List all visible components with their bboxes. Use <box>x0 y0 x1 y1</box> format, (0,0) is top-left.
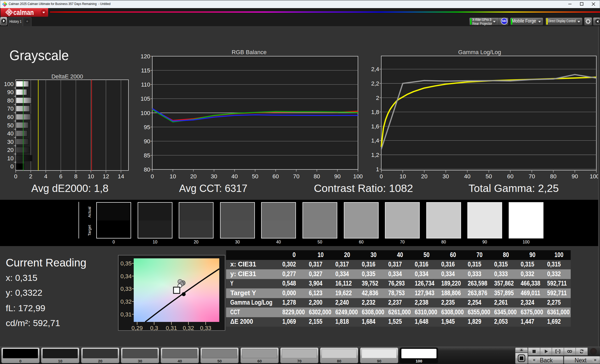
svg-text:50: 50 <box>486 173 492 180</box>
svg-text:60: 60 <box>507 173 513 180</box>
svg-text:0,000: 0,000 <box>282 289 296 297</box>
svg-text:x: CIE31: x: CIE31 <box>230 260 256 268</box>
svg-text:120: 120 <box>141 53 150 60</box>
svg-text:6345,000: 6345,000 <box>494 308 517 316</box>
svg-text:0,35: 0,35 <box>120 260 132 267</box>
svg-text:2: 2 <box>376 95 379 101</box>
svg-text:DeltaE 2000: DeltaE 2000 <box>51 73 83 80</box>
svg-text:0,334: 0,334 <box>441 270 455 278</box>
svg-text:6302,000: 6302,000 <box>309 308 331 316</box>
svg-text:ΔE 2000: ΔE 2000 <box>230 317 253 325</box>
svg-text:16,112: 16,112 <box>335 279 352 287</box>
svg-text:0,302: 0,302 <box>282 260 296 268</box>
svg-text:2,232: 2,232 <box>362 298 375 306</box>
svg-text:6: 6 <box>59 173 62 180</box>
svg-text:592,711: 592,711 <box>547 279 567 287</box>
svg-text:80: 80 <box>144 166 150 173</box>
svg-text:263,598: 263,598 <box>468 279 487 287</box>
svg-text:RGB Balance: RGB Balance <box>232 49 266 55</box>
svg-text:85: 85 <box>144 152 150 159</box>
svg-text:90: 90 <box>144 138 150 145</box>
svg-text:0,334: 0,334 <box>335 270 349 278</box>
svg-text:127,943: 127,943 <box>415 289 434 297</box>
svg-text:Total Gamma: 2,25: Total Gamma: 2,25 <box>469 183 559 194</box>
svg-text:100: 100 <box>353 173 363 180</box>
svg-text:0,317: 0,317 <box>309 260 322 268</box>
svg-text:0,315: 0,315 <box>468 260 481 268</box>
svg-text:0,317: 0,317 <box>388 260 402 268</box>
svg-text:90: 90 <box>572 173 578 180</box>
svg-text:Target: Target <box>88 225 92 236</box>
svg-text:0,334: 0,334 <box>388 270 402 278</box>
svg-text:1: 1 <box>376 166 379 173</box>
svg-text:1,684: 1,684 <box>362 317 375 325</box>
svg-text:1,818: 1,818 <box>335 317 349 325</box>
svg-text:0,3: 0,3 <box>150 325 158 331</box>
svg-text:126,734: 126,734 <box>415 279 434 287</box>
svg-text:6375,000: 6375,000 <box>521 308 543 316</box>
svg-text:1,6: 1,6 <box>371 123 379 130</box>
svg-text:189,220: 189,220 <box>441 279 461 287</box>
svg-text:50: 50 <box>424 251 430 259</box>
svg-text:0: 0 <box>151 173 154 180</box>
svg-text:1,069: 1,069 <box>282 317 296 325</box>
svg-text:1,447: 1,447 <box>521 317 534 325</box>
svg-text:CCT: CCT <box>230 308 240 316</box>
svg-text:6355,000: 6355,000 <box>468 308 490 316</box>
svg-text:95: 95 <box>144 124 150 130</box>
svg-text:10: 10 <box>7 155 14 162</box>
svg-text:20: 20 <box>7 147 14 153</box>
svg-text:50: 50 <box>252 173 258 180</box>
svg-text:Target Y: Target Y <box>230 289 256 297</box>
svg-text:6310,000: 6310,000 <box>415 308 437 316</box>
svg-text:10: 10 <box>88 173 94 180</box>
svg-text:12: 12 <box>103 173 109 180</box>
svg-text:0,315: 0,315 <box>547 260 561 268</box>
svg-text:8229,000: 8229,000 <box>282 308 305 316</box>
svg-text:0,316: 0,316 <box>415 260 428 268</box>
svg-text:6,123: 6,123 <box>309 289 322 297</box>
svg-text:0,33: 0,33 <box>120 286 132 292</box>
svg-text:1,8: 1,8 <box>371 109 379 115</box>
svg-text:0,548: 0,548 <box>282 279 296 287</box>
svg-text:60: 60 <box>450 251 456 259</box>
svg-text:78,753: 78,753 <box>388 289 405 297</box>
svg-text:6308,000: 6308,000 <box>441 308 464 316</box>
svg-text:20: 20 <box>344 251 350 259</box>
svg-text:10: 10 <box>318 251 324 259</box>
svg-text:Y: Y <box>230 279 233 287</box>
svg-text:2,2: 2,2 <box>371 80 379 87</box>
svg-text:Avg dE2000: 1,8: Avg dE2000: 1,8 <box>31 183 109 194</box>
svg-text:39,752: 39,752 <box>362 279 378 287</box>
svg-text:2,200: 2,200 <box>309 298 322 306</box>
svg-text:0,317: 0,317 <box>335 260 349 268</box>
svg-text:469,011: 469,011 <box>521 289 540 297</box>
svg-text:357,895: 357,895 <box>494 289 514 297</box>
svg-text:6261,000: 6261,000 <box>388 308 411 316</box>
svg-text:1,4: 1,4 <box>371 137 379 144</box>
svg-text:100: 100 <box>590 173 599 180</box>
svg-text:0,31: 0,31 <box>120 311 132 318</box>
svg-text:0,33: 0,33 <box>200 325 211 331</box>
svg-text:1,278: 1,278 <box>282 298 296 306</box>
svg-text:80: 80 <box>314 173 320 180</box>
svg-text:2,261: 2,261 <box>494 298 508 306</box>
svg-text:4: 4 <box>44 173 47 180</box>
svg-text:2,155: 2,155 <box>309 317 322 325</box>
svg-text:3,904: 3,904 <box>309 279 322 287</box>
svg-text:2,235: 2,235 <box>441 298 455 306</box>
svg-text:2,324: 2,324 <box>521 298 534 306</box>
svg-text:0: 0 <box>10 163 14 170</box>
svg-text:0,31: 0,31 <box>166 325 177 331</box>
svg-text:Grayscale: Grayscale <box>9 47 69 63</box>
svg-text:1,648: 1,648 <box>415 317 428 325</box>
svg-text:0: 0 <box>14 173 17 180</box>
svg-text:6308,000: 6308,000 <box>362 308 384 316</box>
svg-text:8: 8 <box>74 173 77 180</box>
svg-text:60: 60 <box>7 114 14 120</box>
svg-text:19,622: 19,622 <box>335 289 352 297</box>
svg-text:70: 70 <box>476 251 483 259</box>
svg-text:0,332: 0,332 <box>547 270 561 278</box>
svg-text:20: 20 <box>421 173 427 180</box>
svg-text:Gamma Log/Log: Gamma Log/Log <box>458 49 501 55</box>
